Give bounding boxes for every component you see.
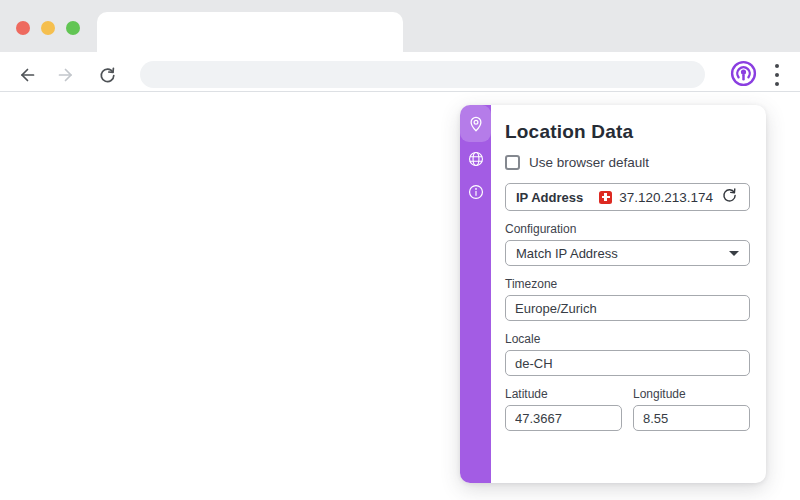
refresh-ip-button[interactable] <box>719 187 739 207</box>
globe-icon <box>467 150 485 168</box>
configuration-label: Configuration <box>505 222 750 236</box>
use-browser-default-label: Use browser default <box>529 155 649 170</box>
location-pin-icon <box>467 115 485 133</box>
window-chrome <box>0 0 800 52</box>
browser-tab[interactable] <box>97 12 403 52</box>
longitude-input[interactable] <box>633 405 750 431</box>
traffic-lights <box>16 21 80 35</box>
sidebar-tab-location[interactable] <box>460 105 491 142</box>
sidebar-tab-info[interactable] <box>460 175 491 208</box>
popup-sidebar <box>460 105 491 483</box>
configuration-group: Configuration Match IP Address <box>505 222 750 266</box>
configuration-value: Match IP Address <box>516 246 618 261</box>
configuration-select[interactable]: Match IP Address <box>505 240 750 266</box>
swiss-flag-icon <box>599 191 612 204</box>
use-browser-default-row[interactable]: Use browser default <box>505 155 750 170</box>
reload-icon <box>98 66 117 85</box>
reload-button[interactable] <box>92 60 122 90</box>
maximize-window-button[interactable] <box>66 21 80 35</box>
refresh-icon <box>721 187 738 207</box>
latitude-group: Latitude <box>505 387 622 431</box>
locale-label: Locale <box>505 332 750 346</box>
minimize-window-button[interactable] <box>41 21 55 35</box>
ip-address-box: IP Address 37.120.213.174 <box>505 183 750 211</box>
locale-input[interactable] <box>505 350 750 376</box>
timezone-label: Timezone <box>505 277 750 291</box>
longitude-group: Longitude <box>633 387 750 431</box>
forward-button[interactable] <box>51 60 81 90</box>
close-window-button[interactable] <box>16 21 30 35</box>
coordinates-group: Latitude Longitude <box>505 387 750 431</box>
info-icon <box>467 183 485 201</box>
vytal-extension-icon[interactable] <box>728 60 758 90</box>
popup-title: Location Data <box>505 121 750 143</box>
ip-address-value: 37.120.213.174 <box>619 190 713 205</box>
use-browser-default-checkbox[interactable] <box>505 155 520 170</box>
chevron-down-icon <box>729 251 739 256</box>
forward-arrow-icon <box>57 66 75 84</box>
browser-menu-button[interactable] <box>771 62 783 88</box>
popup-body: Location Data Use browser default IP Add… <box>491 105 766 483</box>
address-bar[interactable] <box>140 61 705 88</box>
latitude-input[interactable] <box>505 405 622 431</box>
extension-popup: Location Data Use browser default IP Add… <box>460 105 766 483</box>
longitude-label: Longitude <box>633 387 750 401</box>
back-arrow-icon <box>18 66 36 84</box>
latitude-label: Latitude <box>505 387 622 401</box>
back-button[interactable] <box>12 60 42 90</box>
timezone-group: Timezone <box>505 277 750 321</box>
locale-group: Locale <box>505 332 750 376</box>
ip-address-label: IP Address <box>516 190 583 205</box>
sidebar-tab-globe[interactable] <box>460 142 491 175</box>
timezone-input[interactable] <box>505 295 750 321</box>
extension-logo-icon <box>729 59 758 91</box>
